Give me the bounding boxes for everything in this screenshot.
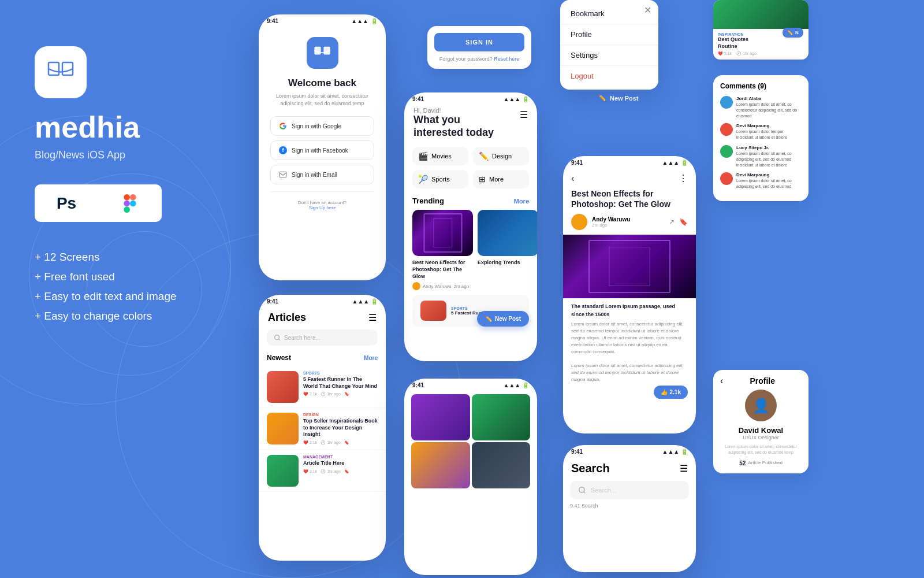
gallery-phone: 9:41 ▲▲▲ 🔋 bbox=[404, 379, 537, 575]
share-icon[interactable]: ↗ bbox=[669, 218, 675, 226]
likes-button[interactable]: 👍 2.1k bbox=[654, 386, 688, 399]
article-thumb-1 bbox=[267, 371, 299, 403]
menu-item-profile[interactable]: Profile bbox=[560, 24, 658, 45]
trend-img-2 bbox=[478, 210, 537, 256]
profile-avatar: 👤 bbox=[745, 390, 777, 421]
app-subtitle: Blog/News iOS App bbox=[35, 149, 177, 161]
signin-subtitle: Lorem ipsum dolor sit amet, consectetur … bbox=[270, 92, 374, 107]
article-item-2[interactable]: DESIGN Top Seller Inspirationals Book to… bbox=[259, 408, 386, 450]
branding-section: medhia Blog/News iOS App Ps + 12 Screens… bbox=[35, 46, 177, 329]
trend-title-1: Best Neon Effects for Photoshop: Get The… bbox=[412, 260, 473, 280]
feed-list-thumb bbox=[420, 301, 446, 321]
figma-badge bbox=[98, 184, 162, 222]
email-signin-btn[interactable]: Sign in with Email bbox=[270, 165, 374, 184]
menu-item-settings[interactable]: Settings bbox=[560, 45, 658, 65]
feature-4: + Easy to change colors bbox=[35, 310, 177, 323]
search-input[interactable]: Search... bbox=[570, 481, 689, 499]
trending-cards: Best Neon Effects for Photoshop: Get The… bbox=[404, 210, 537, 290]
feed-greeting: Hi, David! bbox=[413, 107, 494, 114]
trending-more-link[interactable]: More bbox=[514, 198, 529, 205]
close-icon[interactable]: ✕ bbox=[644, 5, 651, 16]
article-thumb-3 bbox=[267, 455, 299, 487]
gallery-item-2[interactable] bbox=[472, 394, 531, 440]
feature-2: + Free font used bbox=[35, 271, 177, 283]
feature-3: + Easy to edit text and image bbox=[35, 290, 177, 303]
article-item-3[interactable]: MANAGEMENT Article Title Here ❤️ 2.1k 🕐 … bbox=[259, 450, 386, 492]
back-arrow-icon[interactable]: ‹ bbox=[571, 173, 574, 184]
category-design[interactable]: ✏️ Design bbox=[473, 147, 529, 165]
detail-phone: 9:41 ▲▲▲ 🔋 ‹ ⋮ Best Neon Effects for Pho… bbox=[563, 156, 696, 433]
article-item-1[interactable]: SPORTS 5 Fastest Runner In The World Tha… bbox=[259, 366, 386, 408]
svg-rect-5 bbox=[124, 206, 130, 213]
trend-card-2: Exploring Trends bbox=[478, 210, 537, 290]
tool-badges: Ps bbox=[35, 184, 177, 222]
new-post-btn-overlay[interactable]: ✏️ New Post bbox=[589, 90, 648, 106]
trend-title-2: Exploring Trends bbox=[478, 260, 537, 266]
more-options-icon[interactable]: ⋮ bbox=[679, 173, 688, 184]
detail-hero-image bbox=[563, 235, 696, 298]
feed-phone: 9:41 ▲▲▲ 🔋 Hi, David! What you intereste… bbox=[404, 92, 537, 361]
app-name: medhia bbox=[35, 110, 177, 144]
hamburger-icon[interactable]: ☰ bbox=[520, 109, 528, 120]
articles-menu-icon[interactable]: ☰ bbox=[368, 312, 377, 323]
gallery-item-1[interactable] bbox=[411, 394, 470, 440]
author-avatar bbox=[571, 214, 587, 230]
features-list: + 12 Screens + Free font used + Easy to … bbox=[35, 251, 177, 323]
signin-main-btn[interactable]: SIGN IN bbox=[434, 33, 524, 51]
articles-title: Articles bbox=[268, 312, 306, 324]
svg-rect-10 bbox=[280, 172, 286, 177]
trend-card-1: Best Neon Effects for Photoshop: Get The… bbox=[412, 210, 473, 290]
reset-link[interactable]: Reset here bbox=[494, 56, 519, 62]
category-movies[interactable]: 🎬 Movies bbox=[412, 147, 468, 165]
feature-1: + 12 Screens bbox=[35, 251, 177, 264]
trending-label: Trending bbox=[412, 197, 444, 205]
signin-card: SIGN IN Forgot your password? Reset here bbox=[427, 26, 531, 69]
svg-rect-4 bbox=[124, 200, 130, 206]
signin-status-bar: 9:41 ▲▲▲ 🔋 bbox=[259, 14, 386, 25]
inspiration-badge: ✏️ N bbox=[783, 28, 803, 38]
comments-panel: Comments (9) Jordi Alaba Lorem ipsum dol… bbox=[713, 75, 808, 201]
profile-panel: ‹ Profile 👤 David Kowal UI/UX Designer L… bbox=[713, 370, 808, 473]
svg-rect-3 bbox=[130, 194, 136, 201]
signin-logo bbox=[307, 37, 338, 69]
feed-categories: 🎬 Movies ✏️ Design 🎾 Sports ⊞ More bbox=[404, 141, 537, 194]
profile-name: David Kowal bbox=[713, 426, 808, 435]
detail-article-title: Best Neon Effects for Photoshop: Get The… bbox=[563, 188, 696, 214]
ps-badge: Ps bbox=[35, 184, 98, 222]
signup-link[interactable]: Sign Up here bbox=[309, 205, 336, 210]
welcome-title: Welcome back bbox=[270, 77, 374, 89]
comment-2: Devi Marpaung Lorem ipsum dolor tempor i… bbox=[720, 123, 802, 140]
bookmark-icon[interactable]: 🔖 bbox=[679, 218, 688, 226]
menu-item-logout[interactable]: Logout bbox=[560, 66, 658, 86]
profile-role: UI/UX Designer bbox=[713, 435, 808, 440]
comment-4: Devi Marpaung Lorem ipsum dolor sit amet… bbox=[720, 172, 802, 190]
search-page-title: Search bbox=[571, 462, 610, 475]
category-more[interactable]: ⊞ More bbox=[473, 170, 529, 188]
google-signin-btn[interactable]: Sign in with Google bbox=[270, 116, 374, 136]
category-sports[interactable]: 🎾 Sports bbox=[412, 170, 468, 188]
context-menu: ✕ Bookmark Profile Settings Logout bbox=[560, 0, 658, 90]
new-post-btn[interactable]: ✏️ New Post bbox=[477, 311, 529, 327]
search-menu-icon[interactable]: ☰ bbox=[680, 463, 688, 474]
gallery-grid bbox=[404, 390, 537, 493]
search-phone: 9:41 ▲▲▲ 🔋 Search ☰ Search... 9.41 Searc… bbox=[563, 445, 696, 572]
svg-point-11 bbox=[275, 335, 280, 340]
facebook-signin-btn[interactable]: f Sign in with Facebook bbox=[270, 140, 374, 160]
newest-more[interactable]: More bbox=[364, 355, 378, 361]
articles-phone: 9:41 ▲▲▲ 🔋 Articles ☰ Search here... New… bbox=[259, 295, 386, 561]
trend-img-1 bbox=[412, 210, 473, 256]
svg-rect-2 bbox=[124, 194, 130, 201]
newest-label: Newest bbox=[267, 354, 291, 362]
search-icon bbox=[274, 334, 281, 341]
svg-point-6 bbox=[130, 200, 136, 206]
search-input-icon bbox=[578, 486, 586, 494]
app-icon bbox=[35, 46, 87, 98]
feed-title: What you interested today bbox=[413, 114, 494, 139]
svg-point-12 bbox=[579, 487, 584, 492]
search-bar[interactable]: Search here... bbox=[267, 329, 378, 346]
profile-stats: 52 Article Published bbox=[713, 460, 808, 466]
gallery-item-4[interactable] bbox=[472, 442, 531, 488]
signin-phone: 9:41 ▲▲▲ 🔋 medhia Welcome back Lorem ips… bbox=[259, 14, 386, 280]
gallery-item-3[interactable] bbox=[411, 442, 470, 488]
comment-1: Jordi Alaba Lorem ipsum dolor sit amet, … bbox=[720, 96, 802, 118]
